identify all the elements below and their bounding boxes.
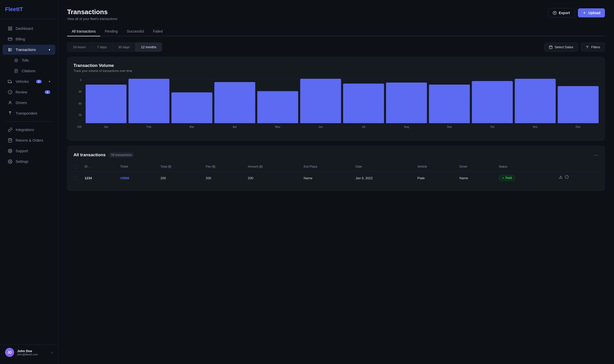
chart-bar-sep[interactable]	[429, 85, 470, 123]
support-icon	[8, 148, 13, 153]
svg-rect-4	[8, 38, 12, 41]
chart-bar-wrap-aug: Aug	[386, 79, 427, 128]
table-head: ID ↓ Ticket Total ($) Fee ($) Amount	[73, 162, 599, 171]
th-status: Status	[496, 162, 555, 171]
date-pill-30d[interactable]: 30 days	[113, 43, 136, 51]
user-email: john@fleetit.com	[17, 353, 48, 356]
sidebar-item-citations[interactable]: Citations	[3, 66, 55, 76]
sidebar-nav: Dashboard Billing Transactions ▾ Tolls	[0, 23, 58, 345]
sidebar-item-returns[interactable]: Returns & Orders	[3, 135, 55, 145]
chart-bar-label-nov: Nov	[533, 125, 538, 128]
filters-button[interactable]: Filters	[581, 42, 605, 52]
chart-bar-jul[interactable]	[343, 84, 384, 123]
td-row-actions	[556, 171, 599, 184]
th-id: ID ↓	[82, 162, 117, 171]
date-pill-7d[interactable]: 7 days	[92, 43, 113, 51]
chart-bar-feb[interactable]	[129, 79, 169, 123]
date-pill-24h[interactable]: 24 hours	[67, 43, 92, 51]
sidebar-label-tolls: Tolls	[22, 58, 29, 62]
td-amount: 200	[245, 171, 301, 185]
export-button[interactable]: Export	[548, 8, 575, 18]
sidebar-label-citations: Citations	[22, 69, 35, 73]
chart-bar-label-jun: Jun	[318, 125, 323, 128]
svg-rect-27	[549, 46, 552, 49]
sidebar-divider	[4, 121, 54, 122]
td-status: ✓ Paid	[496, 171, 555, 185]
tolls-icon	[14, 58, 19, 63]
sidebar-item-transponders[interactable]: Transponders	[3, 108, 55, 118]
settings-icon	[8, 159, 13, 164]
svg-point-14	[9, 101, 11, 103]
date-pills: 24 hours 7 days 30 days 12 months	[67, 42, 162, 52]
transactions-count-badge: 58 transactions	[109, 152, 134, 158]
th-ticket: Ticket	[117, 162, 158, 171]
chart-bar-jan[interactable]	[86, 85, 126, 123]
sidebar-item-transactions[interactable]: Transactions ▾	[3, 45, 55, 55]
y-label-2: 50	[73, 102, 82, 105]
user-profile[interactable]: JD John Doe john@fleetit.com ›	[0, 345, 58, 360]
sidebar-item-vehicles[interactable]: Vehicles 2 ▾	[3, 76, 55, 87]
table-menu-button[interactable]: ⋯	[593, 152, 599, 158]
svg-line-19	[9, 150, 10, 150]
info-action[interactable]	[565, 175, 569, 180]
sidebar-label-dashboard: Dashboard	[16, 27, 33, 31]
td-ticket: #3066	[117, 171, 158, 185]
sidebar-label-integrations: Integrations	[16, 128, 34, 132]
td-total: 200	[158, 171, 203, 185]
transactions-icon	[8, 47, 13, 52]
th-fee: Fee ($)	[203, 162, 245, 171]
row-checkbox[interactable]	[73, 176, 78, 180]
svg-rect-2	[8, 29, 10, 30]
chart-bar-wrap-nov: Nov	[515, 79, 556, 128]
td-exit-plaza: Name	[301, 171, 353, 185]
chart-bar-oct[interactable]	[472, 81, 513, 123]
logo: FleetIT	[0, 6, 58, 19]
td-driver: Name	[456, 171, 496, 185]
upload-button[interactable]: Upload	[578, 8, 605, 17]
logo-text-fleet: Fleet	[5, 6, 18, 12]
chart-bar-apr[interactable]	[214, 82, 255, 123]
tab-failed[interactable]: Failed	[148, 27, 167, 36]
select-all-checkbox[interactable]	[73, 165, 78, 169]
sidebar-item-support[interactable]: Support	[3, 146, 55, 156]
chart-bar-aug[interactable]	[386, 83, 427, 123]
download-action[interactable]	[559, 175, 563, 180]
svg-line-21	[11, 150, 11, 150]
chart-bar-wrap-jul: Jul	[343, 79, 384, 128]
sidebar-item-settings[interactable]: Settings	[3, 157, 55, 167]
chart-bar-wrap-feb: Feb	[129, 79, 169, 128]
integrations-icon	[8, 127, 13, 132]
chart-bar-nov[interactable]	[515, 79, 556, 123]
chart-bar-label-apr: Apr	[233, 125, 237, 128]
chart-bar-label-oct: Oct	[490, 125, 494, 128]
tab-successful[interactable]: Successful	[122, 27, 148, 36]
chart-bar-dec[interactable]	[558, 86, 599, 123]
transactions-table: ID ↓ Ticket Total ($) Fee ($) Amount	[73, 162, 599, 185]
tab-pending[interactable]: Pending	[100, 27, 122, 36]
transaction-tabs: All transactions Pending Successful Fail…	[67, 27, 605, 36]
sidebar-item-drivers[interactable]: Drivers	[3, 98, 55, 108]
ticket-link[interactable]: #3066	[120, 176, 129, 180]
sidebar-item-review[interactable]: Review 2	[3, 87, 55, 97]
sidebar-item-integrations[interactable]: Integrations	[3, 125, 55, 135]
drivers-icon	[8, 100, 13, 105]
chart-bar-wrap-may: May	[257, 79, 298, 128]
transactions-table-card: All transactions 58 transactions ⋯ ID ↓	[67, 146, 605, 191]
date-pill-12m[interactable]: 12 months	[135, 43, 162, 51]
table-title: All transactions	[73, 152, 106, 158]
filter-icon	[585, 45, 589, 49]
chart-subtitle: Track your volume of transactions over t…	[73, 69, 599, 73]
svg-line-20	[11, 151, 11, 152]
chart-bar-jun[interactable]	[300, 79, 341, 123]
svg-rect-0	[8, 27, 10, 28]
sidebar-item-tolls[interactable]: Tolls	[3, 55, 55, 65]
svg-rect-3	[11, 29, 12, 30]
chart-bar-may[interactable]	[257, 91, 298, 123]
sidebar-item-dashboard[interactable]: Dashboard	[3, 23, 55, 34]
calendar-icon	[549, 45, 553, 49]
sidebar-item-billing[interactable]: Billing	[3, 34, 55, 44]
select-dates-button[interactable]: Select Dates	[544, 42, 578, 52]
chart-bar-mar[interactable]	[171, 92, 212, 123]
y-label-4: 0	[73, 79, 82, 82]
tab-all-transactions[interactable]: All transactions	[67, 27, 100, 36]
